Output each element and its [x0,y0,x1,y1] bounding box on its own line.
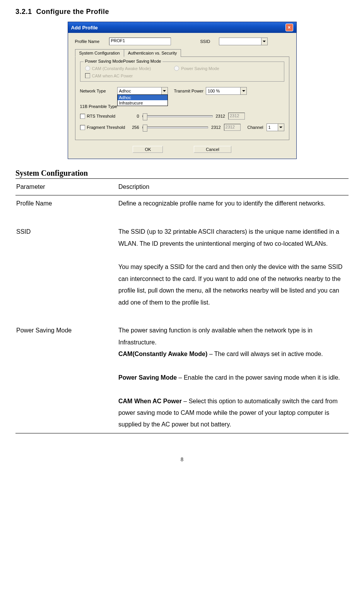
table-header-row: Parameter Description [15,179,349,195]
network-type-select[interactable]: Adhoc Adhoc Infrastrucure [117,87,168,95]
header-parameter: Parameter [15,179,118,195]
fragment-slider[interactable] [142,127,208,128]
titlebar: Add Profile × [68,22,296,33]
transmit-power-label: Transmit Power [174,89,204,93]
frag-min: 256 [130,125,139,130]
chevron-down-icon [278,124,284,131]
chevron-down-icon [261,38,267,45]
power-saving-groupbox: Power Saving ModePower Saving Mode CAM (… [80,62,284,82]
page-number: 8 [15,457,349,463]
checkbox-icon [80,114,85,119]
frag-value-input[interactable]: 2312 [224,124,241,131]
section-title: 3.2.1 Configure the Profile [15,8,349,16]
desc-cell: The power saving function is only availa… [118,322,349,433]
rts-max: 2312 [216,114,225,118]
frag-max: 2312 [211,125,220,130]
dropdown-item-adhoc[interactable]: Adhoc [118,95,167,100]
cam-radio: CAM (Constantly Awake Mode) [85,66,151,71]
tab-authentication-security[interactable]: Authenticaion vs. Security [124,49,181,57]
config-heading: System Configuration [15,169,349,178]
channel-label: Channel [248,125,263,130]
description-table: Parameter Description Profile Name Defin… [15,178,349,433]
rts-slider[interactable] [142,115,213,117]
add-profile-dialog: Add Profile × Profile Name PROF1 SSID Sy… [68,22,297,159]
ssid-label: SSID [200,39,216,44]
groupbox-title: Power Saving ModePower Saving Mode [84,59,163,63]
tab-system-configuration[interactable]: System Configuration [75,49,124,57]
transmit-power-select[interactable]: 100 % [206,87,247,95]
table-row: SSID The SSID (up to 32 printable ASCII … [15,224,349,322]
checkbox-icon [85,73,90,78]
psm-radio: Power Saving Mode [174,66,219,71]
radio-icon [85,66,90,71]
cancel-button[interactable]: Cancel [194,146,231,153]
chevron-down-icon [240,87,246,94]
network-type-dropdown: Adhoc Infrastrucure [117,94,168,106]
close-icon[interactable]: × [285,24,293,31]
param-cell: Power Saving Mode [15,322,118,433]
network-type-label: Network Type [80,89,115,93]
dialog-title: Add Profile [71,25,98,31]
desc-cell: The SSID (up to 32 printable ASCII chara… [118,224,349,322]
cam-ac-checkbox: CAM when AC Power [85,73,279,78]
table-row: Profile Name Define a recognizable profi… [15,195,349,224]
preamble-label: 11B Preamble Type [80,104,119,109]
channel-select[interactable]: 1 [267,123,284,131]
profile-name-label: Profile Name [75,39,106,44]
fragment-checkbox[interactable]: Fragment Threshold [80,125,126,130]
header-description: Description [118,179,349,195]
dialog-screenshot: Add Profile × Profile Name PROF1 SSID Sy… [15,22,349,159]
param-cell: SSID [15,224,118,322]
rts-min: 0 [130,114,139,118]
profile-name-input[interactable]: PROF1 [109,38,171,45]
chevron-down-icon [161,87,167,94]
radio-icon [174,66,179,71]
param-cell: Profile Name [15,195,118,224]
checkbox-icon [80,125,85,130]
dropdown-item-infrastructure[interactable]: Infrastrucure [118,100,167,106]
rts-value-input[interactable]: 2312 [228,113,245,120]
rts-checkbox[interactable]: RTS Threshold [80,114,126,119]
ssid-select[interactable] [219,38,268,45]
table-row: Power Saving Mode The power saving funct… [15,322,349,433]
ok-button[interactable]: OK [133,146,163,153]
desc-cell: Define a recognizable profile name for y… [118,195,349,224]
